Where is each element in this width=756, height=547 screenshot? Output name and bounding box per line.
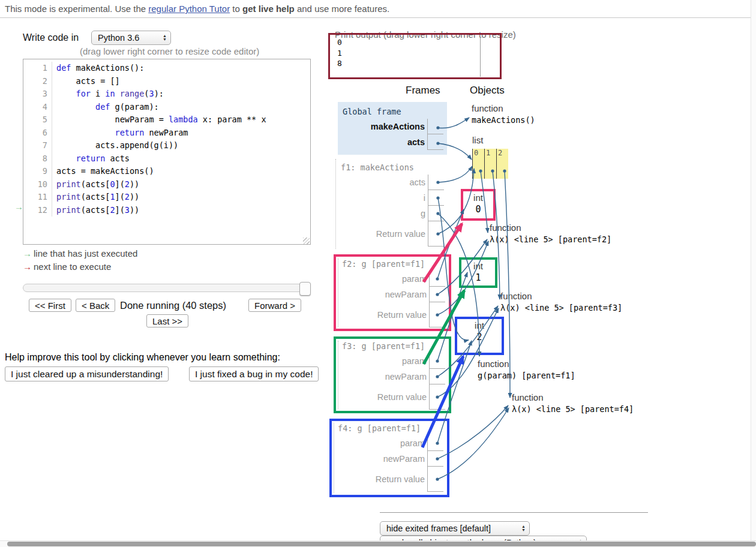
step-slider-thumb[interactable] bbox=[299, 282, 311, 296]
code-token: g(param): bbox=[110, 102, 158, 112]
code-text: acts = makeActions() bbox=[52, 165, 154, 178]
int-value: 2 bbox=[457, 332, 502, 342]
code-line: 10print(acts[0](2)) bbox=[23, 178, 310, 191]
function-signature: λ(x) <line 5> [parent=f4] bbox=[512, 404, 634, 415]
code-token: print bbox=[56, 205, 81, 215]
frame-dotted-edge bbox=[338, 341, 338, 409]
object-type-label: list bbox=[472, 134, 508, 146]
int-value: 1 bbox=[461, 272, 495, 283]
banner-text: to bbox=[230, 4, 242, 14]
variable-name: acts bbox=[341, 176, 428, 188]
code-token: lambda bbox=[169, 115, 198, 124]
line-number: 6 bbox=[23, 127, 52, 140]
legend-executed: →line that has just executed bbox=[23, 248, 137, 259]
frame-variable-row: acts bbox=[343, 134, 443, 150]
legend-next: →next line to execute bbox=[23, 262, 111, 272]
fixed-bug-button[interactable]: I just fixed a bug in my code! bbox=[189, 366, 319, 381]
frame-variable-row: Return value bbox=[338, 467, 443, 492]
code-token: 2 bbox=[125, 192, 130, 202]
red-arrow-icon: → bbox=[23, 262, 34, 272]
code-token: i bbox=[91, 89, 105, 98]
code-token: def bbox=[95, 102, 110, 112]
code-text: print(acts[0](2)) bbox=[52, 178, 139, 191]
code-text: return newParam bbox=[52, 127, 188, 140]
language-select-value: Python 3.6 bbox=[98, 33, 139, 43]
code-token: x: param ** x bbox=[198, 115, 266, 124]
value-anchor-cell bbox=[427, 134, 443, 150]
variable-name: acts bbox=[343, 136, 427, 148]
forward-button[interactable]: Forward > bbox=[248, 299, 301, 312]
frame-global: Global framemakeActionsacts bbox=[338, 102, 447, 155]
variable-name: param bbox=[342, 355, 429, 367]
frame-f4: f4: g [parent=f1]paramnewParamReturn val… bbox=[329, 419, 449, 497]
code-token bbox=[56, 128, 115, 137]
variable-name: g bbox=[341, 208, 428, 220]
horizontal-scrollbar-thumb[interactable] bbox=[7, 542, 756, 546]
first-button[interactable]: << First bbox=[29, 299, 71, 312]
cleared-misunderstanding-button[interactable]: I just cleared up a misunderstanding! bbox=[5, 366, 169, 381]
print-output-textarea[interactable] bbox=[328, 33, 502, 79]
value-anchor-cell bbox=[429, 287, 445, 302]
code-line: 2 acts = [] bbox=[23, 75, 310, 88]
heap-int-1: int1 bbox=[459, 257, 497, 288]
code-token bbox=[56, 89, 76, 98]
code-token: makeActions(): bbox=[71, 63, 144, 73]
editor-resize-hint: (drag lower right corner to resize code … bbox=[80, 46, 259, 56]
code-text: def g(param): bbox=[52, 101, 159, 114]
frame-variable-row: newParam bbox=[342, 287, 445, 302]
language-select[interactable]: Python 3.6 ▲▼ bbox=[91, 31, 171, 45]
code-token: ): bbox=[154, 89, 164, 98]
line-number: 9 bbox=[23, 165, 52, 178]
frame-variable-row: Return value bbox=[342, 302, 445, 327]
code-editor[interactable]: 1def makeActions():2 acts = []3 for i in… bbox=[23, 59, 311, 245]
code-token: acts.append(g(i)) bbox=[56, 140, 178, 150]
object-type-label: function bbox=[490, 222, 611, 234]
value-anchor-cell bbox=[429, 369, 445, 384]
object-type-label: function bbox=[478, 358, 575, 370]
list-index: 1 bbox=[485, 149, 496, 157]
variable-name: newParam bbox=[342, 371, 429, 383]
value-anchor-cell bbox=[427, 467, 443, 492]
last-button[interactable]: Last >> bbox=[146, 314, 188, 327]
line-number: 7 bbox=[23, 139, 52, 152]
code-token: )) bbox=[130, 205, 139, 215]
executed-line-arrow-icon: → bbox=[14, 202, 23, 212]
back-button[interactable]: < Back bbox=[76, 299, 115, 312]
regular-python-tutor-link[interactable]: regular Python Tutor bbox=[148, 4, 230, 14]
object-type-label: int bbox=[463, 192, 493, 204]
frame-variable-row: g bbox=[341, 206, 444, 221]
frames-header: Frames bbox=[406, 85, 440, 97]
code-token: (acts[ bbox=[81, 192, 110, 202]
value-anchor-cell bbox=[428, 206, 444, 221]
frame-f2: f2: g [parent=f1]paramnewParamReturn val… bbox=[334, 254, 451, 331]
code-text: acts = [] bbox=[52, 75, 120, 88]
code-token: (acts[ bbox=[81, 179, 110, 189]
object-type-label: function bbox=[512, 392, 634, 404]
execution-status: Done running (40 steps) bbox=[120, 300, 226, 311]
frame-title: Global frame bbox=[343, 106, 443, 119]
function-signature: λ(x) <line 5> [parent=f2] bbox=[490, 234, 611, 245]
code-token: ]( bbox=[115, 192, 125, 202]
code-text: return acts bbox=[52, 152, 130, 166]
value-anchor-cell bbox=[428, 175, 444, 190]
value-anchor-cell bbox=[429, 271, 445, 287]
frame-title: f1: makeActions bbox=[341, 161, 444, 175]
frame-dotted-edge bbox=[338, 259, 338, 327]
value-anchor-cell bbox=[429, 384, 445, 410]
variable-name: Return value bbox=[364, 391, 429, 403]
frame-title: f3: g [parent=f1] bbox=[342, 340, 445, 353]
line-number: 5 bbox=[23, 113, 52, 127]
line-number: 8 bbox=[23, 152, 52, 166]
step-slider[interactable] bbox=[23, 284, 310, 292]
code-text: def makeActions(): bbox=[52, 62, 144, 75]
banner-text: This mode is experimental. Use the bbox=[5, 4, 148, 14]
int-value: 0 bbox=[463, 204, 493, 215]
vertical-scrollbar[interactable] bbox=[751, 0, 756, 547]
variable-name: Return value bbox=[362, 473, 427, 485]
code-token: (acts[ bbox=[81, 205, 110, 215]
frame-variable-row: acts bbox=[341, 175, 444, 190]
frame-variable-row: param bbox=[342, 271, 445, 287]
frame-display-select[interactable]: hide exited frames [default] ▲▼ bbox=[380, 521, 530, 536]
code-token: ]( bbox=[115, 179, 125, 189]
editor-resize-handle[interactable] bbox=[303, 238, 310, 244]
